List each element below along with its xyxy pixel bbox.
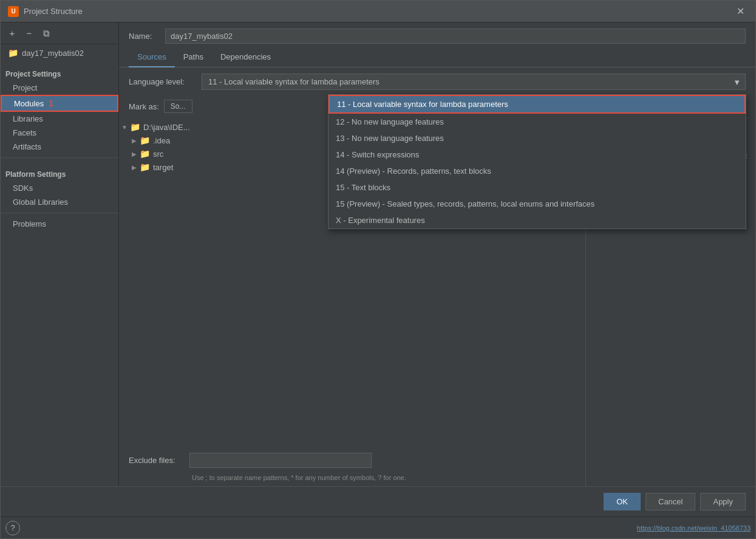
language-level-select-wrapper: 11 - Local variable syntax for lambda pa… xyxy=(202,74,746,90)
help-button[interactable]: ? xyxy=(5,521,20,535)
dropdown-item-15[interactable]: 15 - Text blocks xyxy=(329,179,746,196)
tree-toggle-src[interactable]: ▶ xyxy=(129,151,140,157)
main-content: Name: Sources Paths Dependencies Languag… xyxy=(119,22,755,486)
root-folder-icon: 📁 xyxy=(130,122,140,132)
tabs-bar: Sources Paths Dependencies xyxy=(119,47,755,67)
language-level-label: Language level: xyxy=(129,77,196,86)
module-name: day17_mybatis02 xyxy=(22,49,84,58)
src-folder-name: src xyxy=(153,149,163,159)
exclude-files-row: Exclude files: xyxy=(119,448,585,473)
sidebar-divider-2 xyxy=(1,213,118,213)
module-item[interactable]: 📁 day17_mybatis02 xyxy=(1,44,118,61)
language-level-row: Language level: 11 - Local variable synt… xyxy=(119,67,755,96)
dropdown-item-11[interactable]: 11 - Local variable syntax for lambda pa… xyxy=(329,95,746,114)
cancel-button[interactable]: Cancel xyxy=(645,493,695,510)
idea-folder-icon: 📁 xyxy=(140,136,150,145)
tree-toggle-root[interactable]: ▼ xyxy=(119,124,130,131)
sidebar-divider xyxy=(1,157,118,158)
exclude-files-label: Exclude files: xyxy=(129,456,183,465)
dropdown-item-15-preview[interactable]: 15 (Preview) - Sealed types, records, pa… xyxy=(329,196,746,212)
sidebar-toolbar: + − ⧉ xyxy=(1,22,118,44)
tab-dependencies[interactable]: Dependencies xyxy=(212,47,279,67)
name-row: Name: xyxy=(119,22,755,47)
tab-sources[interactable]: Sources xyxy=(129,47,175,67)
footer: OK Cancel Apply xyxy=(1,486,755,517)
remove-button[interactable]: − xyxy=(22,27,36,40)
sidebar-item-modules[interactable]: Modules 1 xyxy=(1,95,118,112)
modules-badge: 1 xyxy=(49,98,53,108)
ok-button[interactable]: OK xyxy=(604,493,641,510)
language-level-dropdown: 11 - Local variable syntax for lambda pa… xyxy=(328,94,746,229)
app-icon: U xyxy=(8,6,19,17)
window-title: Project Structure xyxy=(24,7,733,16)
dropdown-item-x[interactable]: X - Experimental features xyxy=(329,212,746,228)
exclude-hint: Use ; to separate name patterns, * for a… xyxy=(119,473,585,486)
dropdown-item-14-preview[interactable]: 14 (Preview) - Records, patterns, text b… xyxy=(329,163,746,179)
dropdown-item-14[interactable]: 14 - Switch expressions xyxy=(329,146,746,163)
sidebar: + − ⧉ 📁 day17_mybatis02 Project Settings… xyxy=(1,22,119,486)
sidebar-item-global-libraries[interactable]: Global Libraries xyxy=(1,195,118,209)
dropdown-item-12[interactable]: 12 - No new language features xyxy=(329,114,746,130)
sidebar-item-project[interactable]: Project xyxy=(1,81,118,95)
dropdown-item-13[interactable]: 13 - No new language features xyxy=(329,130,746,146)
close-button[interactable]: ✕ xyxy=(733,4,748,18)
bottom-row: ? https://blog.csdn.net/weixin_41058733 xyxy=(1,517,755,538)
project-settings-section: Project Settings xyxy=(1,61,118,81)
platform-settings-section: Platform Settings xyxy=(1,162,118,181)
title-bar: U Project Structure ✕ xyxy=(1,1,755,22)
src-folder-icon: 📁 xyxy=(140,149,150,159)
add-button[interactable]: + xyxy=(5,27,19,40)
mark-as-label: Mark as: xyxy=(129,102,159,111)
target-folder-name: target xyxy=(153,163,173,172)
sidebar-item-facets[interactable]: Facets xyxy=(1,126,118,140)
sidebar-item-artifacts[interactable]: Artifacts xyxy=(1,140,118,154)
exclude-files-input[interactable] xyxy=(189,453,372,468)
sidebar-item-problems[interactable]: Problems xyxy=(1,217,118,231)
copy-button[interactable]: ⧉ xyxy=(39,27,53,40)
tree-toggle-idea[interactable]: ▶ xyxy=(129,137,140,144)
sidebar-item-sdks[interactable]: SDKs xyxy=(1,181,118,195)
apply-button[interactable]: Apply xyxy=(700,493,746,510)
language-level-select[interactable]: 11 - Local variable syntax for lambda pa… xyxy=(202,74,746,90)
status-link[interactable]: https://blog.csdn.net/weixin_41058733 xyxy=(637,524,751,532)
module-folder-icon: 📁 xyxy=(8,48,18,58)
tree-toggle-target[interactable]: ▶ xyxy=(129,164,140,171)
content-area: + − ⧉ 📁 day17_mybatis02 Project Settings… xyxy=(1,22,755,486)
mark-as-button[interactable]: So... xyxy=(164,100,192,113)
name-label: Name: xyxy=(129,32,159,41)
target-folder-icon: 📁 xyxy=(140,162,150,172)
tab-paths[interactable]: Paths xyxy=(175,47,212,67)
idea-folder-name: .idea xyxy=(153,136,170,145)
root-folder-name: D:\java\IDE... xyxy=(143,123,190,132)
dialog-window: U Project Structure ✕ + − ⧉ 📁 day17_myba… xyxy=(0,0,756,539)
name-input[interactable] xyxy=(165,29,746,44)
sidebar-item-libraries[interactable]: Libraries xyxy=(1,112,118,126)
